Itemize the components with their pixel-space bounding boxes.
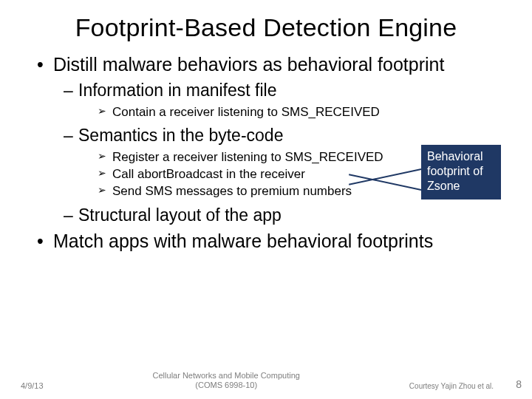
bullet-level3: Contain a receiver listening to SMS_RECE… [98, 104, 508, 121]
footer-courtesy: Courtesy Yajin Zhou et al. [409, 382, 494, 390]
footer-line2: (COMS 6998-10) [195, 381, 257, 389]
footer-center: Cellular Networks and Mobile Computing (… [44, 371, 409, 390]
footer-date: 4/9/13 [21, 381, 44, 390]
footer: 4/9/13 Cellular Networks and Mobile Comp… [0, 371, 532, 390]
bullet-level2: Structural layout of the app [64, 205, 508, 226]
bullet-level2: Information in manifest file [64, 80, 508, 101]
bullet-level2: Semantics in the byte-code [64, 125, 508, 146]
slide: Footprint-Based Detection Engine Distill… [0, 0, 532, 399]
bullet-level1: Match apps with malware behavioral footp… [37, 231, 508, 252]
page-number: 8 [516, 378, 522, 390]
bullet-level1: Distill malware behaviors as behavioral … [37, 54, 508, 75]
slide-title: Footprint-Based Detection Engine [24, 13, 508, 42]
callout-box: Behavioral footprint of Zsone [421, 145, 501, 200]
footer-line1: Cellular Networks and Mobile Computing [153, 371, 300, 380]
